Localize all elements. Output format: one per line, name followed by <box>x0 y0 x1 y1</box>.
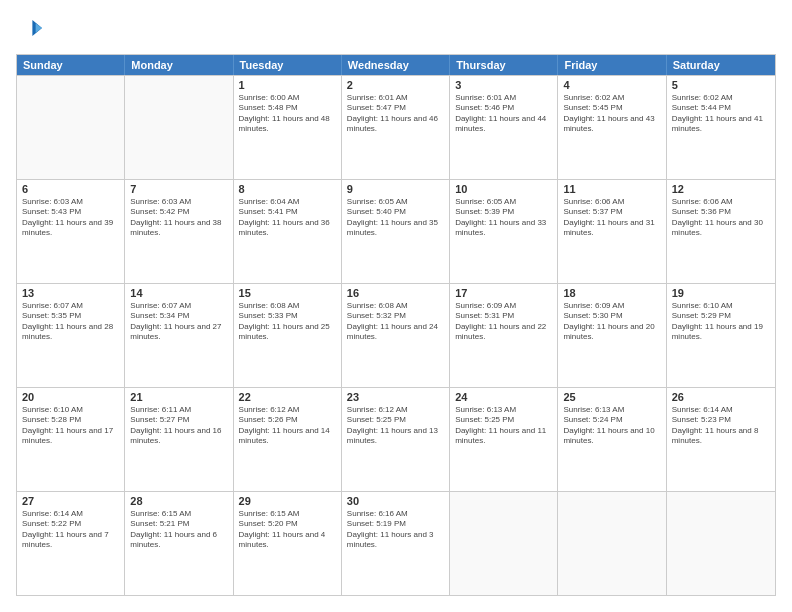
day-info: Sunrise: 6:10 AM Sunset: 5:29 PM Dayligh… <box>672 301 770 343</box>
day-number: 21 <box>130 391 227 403</box>
day-info: Sunrise: 6:12 AM Sunset: 5:25 PM Dayligh… <box>347 405 444 447</box>
day-number: 29 <box>239 495 336 507</box>
day-info: Sunrise: 6:15 AM Sunset: 5:21 PM Dayligh… <box>130 509 227 551</box>
day-number: 26 <box>672 391 770 403</box>
calendar-header-cell: Tuesday <box>234 55 342 75</box>
day-number: 9 <box>347 183 444 195</box>
day-number: 15 <box>239 287 336 299</box>
calendar-cell: 23Sunrise: 6:12 AM Sunset: 5:25 PM Dayli… <box>342 388 450 491</box>
calendar-cell: 28Sunrise: 6:15 AM Sunset: 5:21 PM Dayli… <box>125 492 233 595</box>
day-number: 3 <box>455 79 552 91</box>
calendar-cell: 9Sunrise: 6:05 AM Sunset: 5:40 PM Daylig… <box>342 180 450 283</box>
day-info: Sunrise: 6:14 AM Sunset: 5:23 PM Dayligh… <box>672 405 770 447</box>
day-info: Sunrise: 6:08 AM Sunset: 5:32 PM Dayligh… <box>347 301 444 343</box>
calendar-cell: 30Sunrise: 6:16 AM Sunset: 5:19 PM Dayli… <box>342 492 450 595</box>
day-number: 2 <box>347 79 444 91</box>
calendar-cell: 22Sunrise: 6:12 AM Sunset: 5:26 PM Dayli… <box>234 388 342 491</box>
day-number: 20 <box>22 391 119 403</box>
day-number: 28 <box>130 495 227 507</box>
calendar-cell: 20Sunrise: 6:10 AM Sunset: 5:28 PM Dayli… <box>17 388 125 491</box>
day-number: 13 <box>22 287 119 299</box>
day-info: Sunrise: 6:02 AM Sunset: 5:45 PM Dayligh… <box>563 93 660 135</box>
calendar-cell: 16Sunrise: 6:08 AM Sunset: 5:32 PM Dayli… <box>342 284 450 387</box>
day-info: Sunrise: 6:13 AM Sunset: 5:24 PM Dayligh… <box>563 405 660 447</box>
calendar-cell <box>125 76 233 179</box>
day-info: Sunrise: 6:01 AM Sunset: 5:46 PM Dayligh… <box>455 93 552 135</box>
day-number: 19 <box>672 287 770 299</box>
calendar-row: 20Sunrise: 6:10 AM Sunset: 5:28 PM Dayli… <box>17 387 775 491</box>
day-number: 12 <box>672 183 770 195</box>
calendar-cell: 24Sunrise: 6:13 AM Sunset: 5:25 PM Dayli… <box>450 388 558 491</box>
calendar-header-cell: Wednesday <box>342 55 450 75</box>
calendar-row: 13Sunrise: 6:07 AM Sunset: 5:35 PM Dayli… <box>17 283 775 387</box>
day-info: Sunrise: 6:10 AM Sunset: 5:28 PM Dayligh… <box>22 405 119 447</box>
day-info: Sunrise: 6:06 AM Sunset: 5:37 PM Dayligh… <box>563 197 660 239</box>
calendar-cell: 19Sunrise: 6:10 AM Sunset: 5:29 PM Dayli… <box>667 284 775 387</box>
day-number: 4 <box>563 79 660 91</box>
calendar-cell: 8Sunrise: 6:04 AM Sunset: 5:41 PM Daylig… <box>234 180 342 283</box>
logo-icon <box>18 16 42 40</box>
day-number: 6 <box>22 183 119 195</box>
day-info: Sunrise: 6:13 AM Sunset: 5:25 PM Dayligh… <box>455 405 552 447</box>
calendar-row: 27Sunrise: 6:14 AM Sunset: 5:22 PM Dayli… <box>17 491 775 595</box>
day-number: 8 <box>239 183 336 195</box>
day-number: 16 <box>347 287 444 299</box>
day-info: Sunrise: 6:08 AM Sunset: 5:33 PM Dayligh… <box>239 301 336 343</box>
logo <box>16 16 42 44</box>
day-info: Sunrise: 6:11 AM Sunset: 5:27 PM Dayligh… <box>130 405 227 447</box>
day-info: Sunrise: 6:02 AM Sunset: 5:44 PM Dayligh… <box>672 93 770 135</box>
day-number: 18 <box>563 287 660 299</box>
calendar-cell: 5Sunrise: 6:02 AM Sunset: 5:44 PM Daylig… <box>667 76 775 179</box>
calendar-cell <box>450 492 558 595</box>
day-number: 5 <box>672 79 770 91</box>
calendar-header-cell: Monday <box>125 55 233 75</box>
day-number: 10 <box>455 183 552 195</box>
svg-marker-1 <box>36 23 42 33</box>
calendar-cell: 13Sunrise: 6:07 AM Sunset: 5:35 PM Dayli… <box>17 284 125 387</box>
day-number: 7 <box>130 183 227 195</box>
day-info: Sunrise: 6:09 AM Sunset: 5:30 PM Dayligh… <box>563 301 660 343</box>
day-info: Sunrise: 6:16 AM Sunset: 5:19 PM Dayligh… <box>347 509 444 551</box>
day-info: Sunrise: 6:07 AM Sunset: 5:35 PM Dayligh… <box>22 301 119 343</box>
day-info: Sunrise: 6:12 AM Sunset: 5:26 PM Dayligh… <box>239 405 336 447</box>
day-number: 17 <box>455 287 552 299</box>
day-info: Sunrise: 6:05 AM Sunset: 5:39 PM Dayligh… <box>455 197 552 239</box>
calendar-cell: 25Sunrise: 6:13 AM Sunset: 5:24 PM Dayli… <box>558 388 666 491</box>
calendar-body: 1Sunrise: 6:00 AM Sunset: 5:48 PM Daylig… <box>17 75 775 595</box>
day-number: 22 <box>239 391 336 403</box>
day-info: Sunrise: 6:00 AM Sunset: 5:48 PM Dayligh… <box>239 93 336 135</box>
day-number: 14 <box>130 287 227 299</box>
calendar-cell: 11Sunrise: 6:06 AM Sunset: 5:37 PM Dayli… <box>558 180 666 283</box>
calendar-cell: 7Sunrise: 6:03 AM Sunset: 5:42 PM Daylig… <box>125 180 233 283</box>
day-info: Sunrise: 6:03 AM Sunset: 5:43 PM Dayligh… <box>22 197 119 239</box>
day-number: 30 <box>347 495 444 507</box>
calendar-cell: 4Sunrise: 6:02 AM Sunset: 5:45 PM Daylig… <box>558 76 666 179</box>
day-number: 24 <box>455 391 552 403</box>
day-info: Sunrise: 6:07 AM Sunset: 5:34 PM Dayligh… <box>130 301 227 343</box>
calendar: SundayMondayTuesdayWednesdayThursdayFrid… <box>16 54 776 596</box>
day-info: Sunrise: 6:09 AM Sunset: 5:31 PM Dayligh… <box>455 301 552 343</box>
day-number: 1 <box>239 79 336 91</box>
calendar-row: 6Sunrise: 6:03 AM Sunset: 5:43 PM Daylig… <box>17 179 775 283</box>
calendar-cell: 1Sunrise: 6:00 AM Sunset: 5:48 PM Daylig… <box>234 76 342 179</box>
header <box>16 16 776 44</box>
calendar-cell: 6Sunrise: 6:03 AM Sunset: 5:43 PM Daylig… <box>17 180 125 283</box>
calendar-header: SundayMondayTuesdayWednesdayThursdayFrid… <box>17 55 775 75</box>
day-number: 23 <box>347 391 444 403</box>
day-info: Sunrise: 6:03 AM Sunset: 5:42 PM Dayligh… <box>130 197 227 239</box>
calendar-cell: 14Sunrise: 6:07 AM Sunset: 5:34 PM Dayli… <box>125 284 233 387</box>
calendar-cell: 3Sunrise: 6:01 AM Sunset: 5:46 PM Daylig… <box>450 76 558 179</box>
calendar-cell: 27Sunrise: 6:14 AM Sunset: 5:22 PM Dayli… <box>17 492 125 595</box>
calendar-header-cell: Sunday <box>17 55 125 75</box>
calendar-header-cell: Thursday <box>450 55 558 75</box>
day-info: Sunrise: 6:05 AM Sunset: 5:40 PM Dayligh… <box>347 197 444 239</box>
calendar-cell: 18Sunrise: 6:09 AM Sunset: 5:30 PM Dayli… <box>558 284 666 387</box>
calendar-cell <box>558 492 666 595</box>
day-number: 27 <box>22 495 119 507</box>
calendar-cell <box>667 492 775 595</box>
calendar-row: 1Sunrise: 6:00 AM Sunset: 5:48 PM Daylig… <box>17 75 775 179</box>
calendar-cell: 10Sunrise: 6:05 AM Sunset: 5:39 PM Dayli… <box>450 180 558 283</box>
calendar-cell: 21Sunrise: 6:11 AM Sunset: 5:27 PM Dayli… <box>125 388 233 491</box>
calendar-cell: 29Sunrise: 6:15 AM Sunset: 5:20 PM Dayli… <box>234 492 342 595</box>
day-info: Sunrise: 6:01 AM Sunset: 5:47 PM Dayligh… <box>347 93 444 135</box>
